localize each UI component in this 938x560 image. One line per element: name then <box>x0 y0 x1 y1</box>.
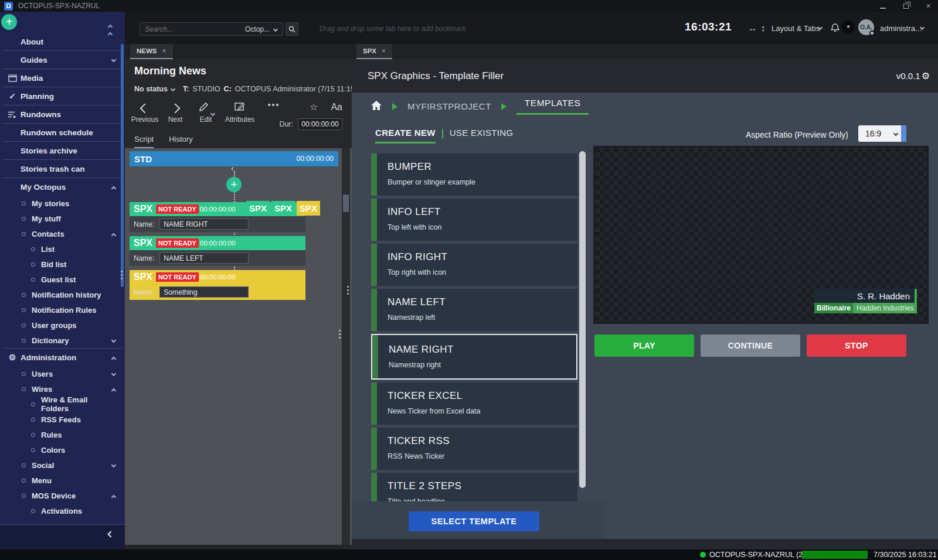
sidebar-item-activations[interactable]: Activations <box>0 503 125 518</box>
template-card-ticker-excel[interactable]: TICKER EXCELNews Ticker from Excel data <box>371 383 577 425</box>
template-card-name-left[interactable]: NAME LEFTNamestrap left <box>371 289 577 331</box>
tab-spx[interactable]: SPX × <box>356 44 392 59</box>
splitter-handle[interactable] <box>339 330 341 339</box>
close-tab-icon[interactable]: × <box>162 47 166 55</box>
scrollbar-thumb[interactable] <box>343 194 349 212</box>
search-scope-dropdown[interactable]: Octop... <box>245 25 283 33</box>
search-button[interactable] <box>286 22 298 36</box>
sidebar-item-social[interactable]: Social <box>0 457 125 473</box>
sidebar-item-colors[interactable]: Colors <box>0 442 125 457</box>
splitter-handle[interactable] <box>347 286 349 295</box>
sidebar-item-my-stories[interactable]: My stories <box>0 196 125 211</box>
minimize-button[interactable] <box>880 1 886 11</box>
tab-create-new[interactable]: CREATE NEW <box>375 128 436 144</box>
layout-tabs-menu[interactable]: Layout & Tabs <box>772 24 820 33</box>
sidebar-item-user-groups[interactable]: User groups <box>0 317 125 333</box>
duration-input[interactable] <box>298 118 342 130</box>
breadcrumb-project[interactable]: MYFIRSTPROJECT <box>407 101 491 111</box>
continue-button[interactable]: CONTINUE <box>701 334 800 357</box>
user-menu[interactable]: administra... <box>880 24 922 33</box>
template-card-info-right[interactable]: INFO RIGHTTop right with icon <box>371 244 577 286</box>
template-card-title-2-steps[interactable]: TITLE 2 STEPSTitle and headline <box>371 473 577 501</box>
tab-news[interactable]: NEWS × <box>130 44 173 59</box>
sidebar-item-administration[interactable]: ⚙Administration <box>0 349 125 366</box>
status-dropdown[interactable]: No status <box>134 85 175 93</box>
template-card-info-left[interactable]: INFO LEFTTop left with icon <box>371 199 577 241</box>
sidebar-item-menu[interactable]: Menu <box>0 473 125 488</box>
sidebar-item-guest-list[interactable]: Guest list <box>0 272 125 287</box>
collapse-sidebar-icon[interactable] <box>107 531 114 537</box>
close-button[interactable]: × <box>926 1 931 11</box>
close-tab-icon[interactable]: × <box>382 47 386 55</box>
aspect-ratio-select[interactable]: 16:9 <box>858 125 906 142</box>
sidebar-item-rundowns[interactable]: Rundowns <box>0 105 125 123</box>
restore-button[interactable] <box>903 4 909 9</box>
sidebar-item-dictionary[interactable]: Dictionary <box>0 333 125 348</box>
home-icon[interactable] <box>371 100 382 113</box>
tab-history[interactable]: History <box>169 135 192 148</box>
horizontal-resize-icon[interactable]: ↔ <box>748 23 757 33</box>
template-card-name-right[interactable]: NAME RIGHTNamestrap right <box>371 334 577 380</box>
graphic-item-something[interactable]: SPXNOT READY00:00:00:00Name: <box>130 270 305 300</box>
sidebar-item-rss-feeds[interactable]: RSS Feeds <box>0 412 125 427</box>
template-card-bumper[interactable]: BUMPERBumper or stinger example <box>371 153 577 196</box>
template-list-scrollbar[interactable] <box>579 151 586 488</box>
name-label: Name: <box>134 254 154 262</box>
format-icon[interactable]: Aa <box>331 102 342 112</box>
bullet-icon <box>22 293 26 297</box>
spx-chip-3[interactable]: SPX <box>297 201 320 216</box>
next-button[interactable]: Next <box>164 100 187 124</box>
sidebar-item-planning[interactable]: ✓Planning <box>0 87 125 105</box>
previous-button[interactable]: Previous <box>133 100 157 124</box>
sidebar-item-about[interactable]: About <box>0 33 125 50</box>
graphic-item-name-left[interactable]: SPXNOT READY00:00:00:00Name: <box>130 236 305 266</box>
sidebar-item-my-octopus[interactable]: My Octopus <box>0 178 125 196</box>
notification-badge[interactable]: * <box>842 21 855 33</box>
tab-script[interactable]: Script <box>134 135 154 148</box>
breadcrumb-templates[interactable]: TEMPLATES <box>516 98 589 115</box>
sidebar-item-stories-archive[interactable]: Stories archive <box>0 142 125 159</box>
sidebar-item-wires[interactable]: Wires <box>0 381 125 397</box>
sidebar-item-media[interactable]: Media <box>0 69 125 87</box>
sidebar-item-notification-history[interactable]: Notification history <box>0 287 125 302</box>
attributes-button[interactable]: Attributes <box>225 100 255 124</box>
play-button[interactable]: PLAY <box>594 334 694 357</box>
sidebar-item-rundown-schedule[interactable]: Rundown schedule <box>0 124 125 141</box>
sidebar-item-contacts[interactable]: Contacts <box>0 226 125 241</box>
sidebar-item-stories-trash-can[interactable]: Stories trash can <box>0 160 125 177</box>
add-item-button[interactable]: + <box>226 177 242 192</box>
spx-chip-1[interactable]: SPX <box>246 201 270 216</box>
name-input[interactable] <box>159 218 249 230</box>
sidebar-item-wire-email-folders[interactable]: Wire & Email Folders <box>0 397 125 412</box>
bell-icon[interactable] <box>831 23 840 35</box>
graphic-timecode: 00:00:00:00 <box>200 206 236 213</box>
select-template-button[interactable]: SELECT TEMPLATE <box>409 511 539 531</box>
panel-drag-handle[interactable] <box>121 271 123 279</box>
template-card-ticker-rss[interactable]: TICKER RSSRSS News Ticker <box>371 428 577 470</box>
tab-use-existing[interactable]: USE EXISTING <box>450 128 514 144</box>
sidebar-item-bid-list[interactable]: Bid list <box>0 257 125 272</box>
std-row[interactable]: STD 00:00:00:00 <box>130 151 338 166</box>
graphic-name-row: Name: <box>130 250 305 266</box>
edit-button[interactable]: Edit <box>194 100 217 124</box>
sidebar-item-rules[interactable]: Rules <box>0 427 125 442</box>
stop-button[interactable]: STOP <box>807 334 906 357</box>
search-input[interactable] <box>140 25 245 33</box>
script-scrollbar[interactable] <box>342 148 350 545</box>
sidebar-item-list[interactable]: List <box>0 241 125 257</box>
add-button[interactable]: + <box>1 14 17 30</box>
vertical-resize-icon[interactable]: ↕ <box>761 23 766 33</box>
name-input[interactable] <box>159 286 249 298</box>
sidebar-item-guides[interactable]: Guides <box>0 51 125 69</box>
sidebar-item-label: RSS Feeds <box>41 415 81 424</box>
sidebar-item-notification-rules[interactable]: Notification Rules <box>0 302 125 317</box>
template-title: TICKER EXCEL <box>388 383 577 402</box>
sidebar-item-users[interactable]: Users <box>0 366 125 381</box>
sidebar-item-my-stuff[interactable]: My stuff <box>0 211 125 226</box>
star-icon[interactable]: ☆ <box>310 101 318 112</box>
name-input[interactable] <box>159 252 249 264</box>
gear-icon[interactable]: ⚙ <box>922 70 930 81</box>
spx-chip-2[interactable]: SPX <box>271 201 295 216</box>
sidebar-item-mos-device[interactable]: MOS Device <box>0 488 125 503</box>
sidebar-scrollbar[interactable] <box>121 44 124 287</box>
